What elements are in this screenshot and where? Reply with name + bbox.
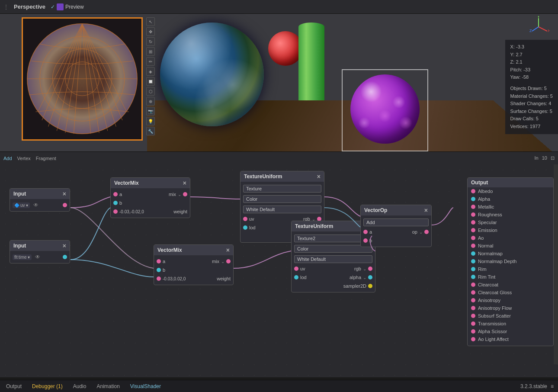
output-port-roughness[interactable]: [471, 212, 475, 217]
output-port-row[interactable]: Normalmap: [468, 250, 553, 257]
input1-eye-icon[interactable]: 👁: [33, 202, 38, 208]
toolbar-tool7-btn[interactable]: 🔲: [146, 77, 155, 86]
vectorop-b-port[interactable]: [363, 238, 368, 243]
output-port-ao-light-affect[interactable]: [471, 337, 475, 341]
output-port-row[interactable]: Normalmap Depth: [468, 257, 553, 265]
tex2-lod-in-port[interactable]: [294, 275, 298, 280]
menu-icon[interactable]: ≡: [551, 383, 554, 389]
node-input2-close[interactable]: ×: [63, 242, 66, 249]
output-port-row[interactable]: Alpha Scissor: [468, 328, 553, 335]
node-vecmix1-header[interactable]: VectorMix ×: [111, 178, 190, 188]
input1-output-port[interactable]: [63, 203, 67, 207]
output-port-row[interactable]: Clearcoat Gloss: [468, 289, 553, 296]
output-port-row[interactable]: Rim: [468, 265, 553, 273]
node-vecmix1-close[interactable]: ×: [183, 180, 186, 186]
output-port-rim[interactable]: [471, 267, 475, 271]
output-port-row[interactable]: Ao Light Affect: [468, 335, 553, 343]
toolbar-tool6-btn[interactable]: ◈: [146, 67, 155, 76]
status-animation-tab[interactable]: Animation: [95, 382, 121, 390]
vecmix2-weight-port[interactable]: [157, 276, 161, 281]
output-port-row[interactable]: Specular: [468, 218, 553, 226]
output-port-anisotropy[interactable]: [471, 298, 475, 302]
scene-area[interactable]: ↖ ✥ ↻ ⊞ ✏ ◈ 🔲 ⬡ ⊕ 📷 💡 🔧: [0, 14, 558, 164]
vecmix1-a-port[interactable]: [113, 192, 118, 196]
node-tex1-default-select[interactable]: White Default: [243, 206, 321, 213]
toolbar-tool11-btn[interactable]: 💡: [146, 117, 155, 125]
tex2-sampler-port[interactable]: [368, 284, 372, 288]
output-port-specular[interactable]: [471, 220, 475, 225]
vecmix2-a-port[interactable]: [157, 259, 161, 263]
node-vectorop-close[interactable]: ×: [424, 207, 428, 214]
input2-output-port[interactable]: [63, 255, 67, 259]
tex1-uv-in-port[interactable]: [243, 217, 247, 221]
vectorop-result-port[interactable]: [424, 230, 429, 234]
output-port-ao[interactable]: [471, 236, 475, 240]
tex2-rgb-port[interactable]: [368, 267, 372, 271]
output-port-normalmap[interactable]: [471, 251, 475, 256]
toolbar-move-btn[interactable]: ✥: [146, 27, 155, 36]
fragment-tab[interactable]: Fragment: [36, 156, 56, 161]
node-vecmix2-header[interactable]: VectorMix ×: [154, 245, 233, 255]
node-input2-header[interactable]: Input ×: [10, 241, 70, 251]
node-vecmix2-close[interactable]: ×: [226, 247, 230, 254]
tex1-lod-in-port[interactable]: [243, 225, 247, 230]
output-port-row[interactable]: Metallic: [468, 203, 553, 211]
output-port-row[interactable]: Alpha: [468, 195, 553, 203]
vecmix1-weight-port[interactable]: [113, 209, 118, 214]
output-port-row[interactable]: Emission: [468, 226, 553, 234]
add-button[interactable]: Add: [3, 156, 12, 161]
node-tex1-color-select[interactable]: Color: [243, 195, 321, 203]
tex2-uv-in-port[interactable]: [294, 267, 298, 271]
output-port-rim-tint[interactable]: [471, 275, 475, 279]
node-input2[interactable]: Input × flt time ▾ 👁: [10, 240, 70, 263]
output-port-row[interactable]: Albedo: [468, 187, 553, 195]
expand-btn[interactable]: ⊡: [551, 155, 555, 161]
vecmix1-b-port[interactable]: [113, 201, 118, 205]
output-port-normalmap-depth[interactable]: [471, 259, 475, 263]
node-editor[interactable]: Input × 🔷 uv ▾ 👁 Input × flt: [0, 164, 558, 377]
status-output-tab[interactable]: Output: [4, 382, 23, 390]
toolbar-tool9-btn[interactable]: ⊕: [146, 97, 155, 106]
scrollbar-right[interactable]: [554, 164, 558, 364]
output-port-clearcoat-gloss[interactable]: [471, 290, 475, 295]
node-vectorop-op-select[interactable]: Add: [363, 218, 429, 226]
input2-type-selector[interactable]: flt time ▾: [13, 254, 32, 260]
tex2-alpha-port[interactable]: [368, 275, 372, 280]
node-vecmix1[interactable]: VectorMix × a mix ⌄ b -0.03,-0.02,0 weig…: [110, 177, 190, 218]
output-port-row[interactable]: Roughness: [468, 211, 553, 218]
status-visualshader-tab[interactable]: VisualShader: [128, 382, 163, 390]
output-port-clearcoat[interactable]: [471, 283, 475, 287]
preview-toggle[interactable]: ✓ Preview: [51, 3, 84, 10]
output-port-alpha-scissor[interactable]: [471, 329, 475, 334]
output-port-row[interactable]: Clearcoat: [468, 281, 553, 289]
toolbar-tool5-btn[interactable]: ✏: [146, 57, 155, 66]
input1-type-selector[interactable]: 🔷 uv ▾: [13, 202, 30, 208]
node-vectorop[interactable]: VectorOp × Add a op ⌄ b: [360, 205, 432, 247]
output-port-row[interactable]: Ao: [468, 234, 553, 242]
node-tex2-default-select[interactable]: White Default: [294, 255, 372, 263]
output-port-alpha[interactable]: [471, 197, 475, 201]
output-port-row[interactable]: Anisotropy: [468, 296, 553, 304]
toolbar-tool12-btn[interactable]: 🔧: [146, 127, 155, 135]
output-port-metallic[interactable]: [471, 205, 475, 209]
vecmix2-b-port[interactable]: [157, 268, 161, 272]
output-port-normal[interactable]: [471, 244, 475, 248]
output-port-transmission[interactable]: [471, 321, 475, 326]
toolbar-tool10-btn[interactable]: 📷: [146, 107, 155, 116]
output-port-emission[interactable]: [471, 228, 475, 232]
toolbar-tool8-btn[interactable]: ⬡: [146, 87, 155, 96]
node-tex1-texture-select[interactable]: Texture: [243, 185, 321, 193]
toolbar-scale-btn[interactable]: ⊞: [146, 47, 155, 56]
node-input1-header[interactable]: Input ×: [10, 189, 70, 199]
status-audio-tab[interactable]: Audio: [71, 382, 88, 390]
node-vecmix2[interactable]: VectorMix × a mix ⌄ b -0.03,0.02,0 weigh…: [154, 244, 234, 285]
output-port-row[interactable]: Normal: [468, 242, 553, 250]
node-input1-close[interactable]: ×: [63, 190, 66, 197]
node-tex1-header[interactable]: TextureUniform ×: [241, 171, 324, 182]
node-vectorop-header[interactable]: VectorOp ×: [361, 205, 431, 215]
output-port-row[interactable]: Transmission: [468, 320, 553, 328]
output-port-row[interactable]: Subsurf Scatter: [468, 312, 553, 320]
input2-eye-icon[interactable]: 👁: [35, 254, 40, 260]
status-debugger-tab[interactable]: Debugger (1): [30, 382, 64, 390]
output-port-row[interactable]: Rim Tint: [468, 273, 553, 281]
